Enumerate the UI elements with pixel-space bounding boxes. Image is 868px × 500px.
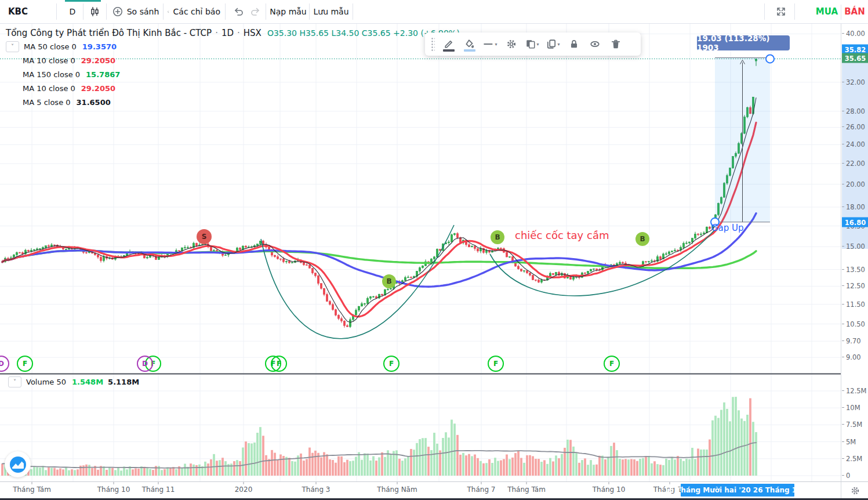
volume-ma-value: 1.548M [72,378,103,386]
eye-icon [590,39,600,49]
chart-style-button[interactable] [86,0,104,23]
ma-legend-row[interactable]: MA 5 close 031.6500 [6,95,460,109]
color-swatch [443,49,455,52]
time-label: Tháng 7 [467,485,496,494]
indicators-icon [167,6,169,17]
financial-event-marker[interactable]: F [488,356,504,372]
lock-button[interactable] [564,35,584,53]
price-axis[interactable]: 40.0032.0028.0026.0024.0022.0020.0018.00… [841,24,868,481]
pencil-icon [444,39,454,49]
symbol-button[interactable]: KBC [5,0,55,23]
time-label: Tháng Tám [13,485,51,494]
price-tick: 22.00 [841,160,868,168]
line-style-icon [484,39,494,49]
ma-legend-rows: ˅MA 50 close 019.3570MA 10 close 029.205… [6,39,460,109]
ma-value: 29.2050 [81,84,115,93]
financial-event-marker[interactable]: F [383,356,400,372]
price-tick: 32.00 [841,78,868,86]
fill-color-button[interactable] [459,35,480,53]
load-template-button[interactable]: Nạp mẫu [270,0,306,23]
fullscreen-button[interactable] [771,0,791,23]
trash-icon [611,39,621,49]
cup-handle-annotation[interactable]: chiếc cốc tay cầm [515,229,609,241]
title-dot: · [215,28,218,38]
price-tick: 15.00 [841,242,868,251]
sell-marker[interactable]: S [197,229,212,244]
line-style-button[interactable]: ▾ [480,35,501,53]
price-tick: 28.00 [841,107,868,115]
title-dot: · [237,28,240,38]
ma-value: 15.7867 [86,70,120,79]
toolbar-drag-handle[interactable] [431,37,435,51]
clone-button[interactable]: ▾ [543,35,564,53]
volume-legend-label[interactable]: Volume 50 [26,378,66,386]
ma-label: MA 150 close 0 [23,70,80,79]
volume-tick: 7.5M [841,421,868,429]
order-button[interactable]: ▾ [522,35,543,53]
drawing-toolbar: ▾ ▾ ▾ [425,32,641,56]
price-tick: 26.00 [841,123,868,131]
ma-value: 19.3570 [82,42,117,51]
time-axis[interactable]: Tháng TámTháng 10Tháng 112020Tháng 3Thán… [0,481,868,499]
compare-button[interactable]: So sánh [111,0,160,23]
price-tick: 20.00 [841,180,868,189]
price-tick: 18.00 [841,203,868,211]
interval-label[interactable]: 1D [221,28,234,38]
ma-value: 31.6500 [77,98,111,107]
ma-legend-row[interactable]: MA 10 close 029.2050 [6,81,460,95]
buy-marker[interactable]: B [635,232,649,246]
ma-legend-row[interactable]: ˅MA 50 close 019.3570 [6,39,460,53]
bring-forward-icon [525,39,536,49]
selected-range-badge: 16 Tháng Mười hai '20 26 Tháng 1 '21 [681,484,794,497]
buy-button[interactable]: MUA [814,0,840,23]
instrument-title[interactable]: Tổng Công ty Phát triển Đô Thị Kinh Bắc … [6,28,212,38]
price-tick: 12.50 [841,282,868,290]
save-template-button[interactable]: Lưu mẫu [313,0,349,23]
logo-chart-icon [9,456,27,473]
price-tick: 9.70 [841,337,868,345]
redo-button[interactable] [248,0,263,23]
sell-button[interactable]: BÁN [842,0,867,23]
buy-marker[interactable]: B [491,230,504,244]
volume-tick: 0 [841,472,868,480]
exchange-label[interactable]: HSX [244,28,262,38]
price-badge: 35.65 [842,53,868,63]
volume-legend-dropdown[interactable]: ˅ [8,376,21,387]
draw-color-button[interactable] [438,35,459,53]
paint-bucket-icon [464,39,475,49]
fill-swatch [464,49,475,52]
time-label: Tháng Năm [377,485,417,494]
measure-tooltip: 19.03 (113.28%) 1903 [697,35,790,50]
time-label: 2020 [235,485,253,494]
volume-tick: 2.5M [841,455,868,463]
financial-event-marker[interactable]: F [17,356,33,372]
legend-dropdown[interactable]: ˅ [6,41,19,52]
delete-button[interactable] [605,35,626,53]
interval-button[interactable]: D [64,0,81,23]
financial-event-marker[interactable]: F [271,356,287,372]
dividend-event-marker[interactable]: D [137,356,153,372]
ma-label: MA 10 close 0 [23,56,75,65]
ma-legend-row[interactable]: MA 10 close 029.2050 [6,53,460,67]
axis-settings-corner[interactable] [841,481,868,499]
compare-plus-icon [112,6,123,17]
buy-marker[interactable]: B [382,274,396,288]
ma-legend-row[interactable]: MA 150 close 015.7867 [6,67,460,81]
price-tick: 10.50 [841,320,868,328]
time-label: Tháng Tám [507,485,546,494]
undo-button[interactable] [231,0,246,23]
settings-button[interactable] [501,35,522,53]
trading-app: 19.03 (113.28%) 1903 chiếc cốc tay cầm G… [0,0,868,500]
volume-tick: 10M [841,404,868,412]
financial-event-marker[interactable]: F [604,356,620,372]
indicators-button[interactable]: Các chỉ báo [167,0,220,23]
ma-label: MA 10 close 0 [23,84,75,93]
time-label: Tháng 10 [97,485,130,494]
undo-arrow-icon [233,6,244,17]
gap-up-annotation[interactable]: Gap Up [711,223,744,233]
price-tick: 11.50 [841,300,868,309]
price-tick: 40.00 [841,30,868,38]
top-toolbar: KBC D So sánh Các chỉ báo [0,0,868,24]
visibility-button[interactable] [584,35,605,53]
volume-legend: ˅ Volume 50 1.548M 5.118M [8,376,139,387]
